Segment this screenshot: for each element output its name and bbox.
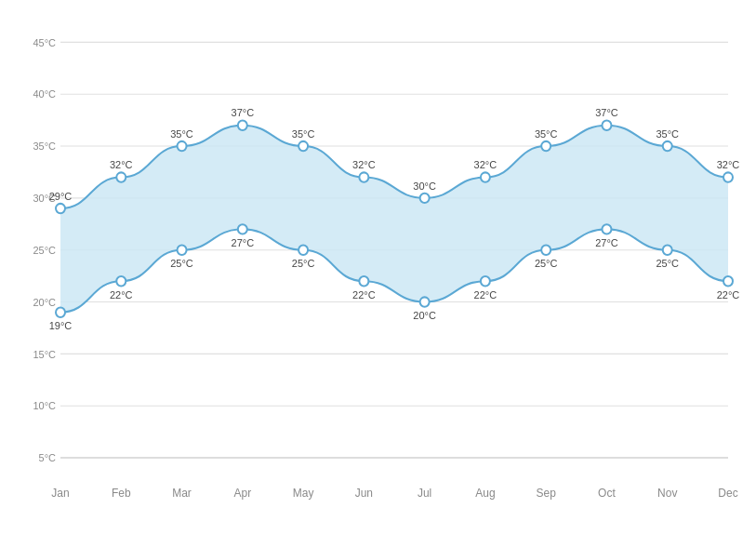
svg-text:32°C: 32°C xyxy=(474,159,497,170)
svg-point-40 xyxy=(359,172,368,181)
svg-text:25°C: 25°C xyxy=(33,245,56,256)
svg-text:May: May xyxy=(293,486,315,499)
svg-text:35°C: 35°C xyxy=(33,140,56,152)
svg-text:32°C: 32°C xyxy=(717,159,740,170)
svg-point-48 xyxy=(602,121,611,130)
svg-point-34 xyxy=(178,141,187,151)
svg-text:Sep: Sep xyxy=(537,486,557,499)
svg-text:25°C: 25°C xyxy=(170,258,193,269)
svg-text:45°C: 45°C xyxy=(33,36,56,47)
svg-point-38 xyxy=(298,141,308,151)
svg-point-56 xyxy=(116,276,126,286)
svg-text:Feb: Feb xyxy=(112,486,131,499)
svg-text:5°C: 5°C xyxy=(39,452,56,463)
svg-text:30°C: 30°C xyxy=(413,180,436,191)
svg-text:Jul: Jul xyxy=(418,486,431,499)
svg-point-42 xyxy=(420,194,430,203)
svg-point-62 xyxy=(298,246,308,255)
svg-text:Oct: Oct xyxy=(598,486,616,499)
chart-svg: 5°C10°C15°C20°C25°C30°C35°C40°C45°CJanFe… xyxy=(51,33,747,506)
svg-text:Mar: Mar xyxy=(172,486,192,499)
svg-point-60 xyxy=(238,224,247,234)
svg-text:Jan: Jan xyxy=(51,486,69,499)
svg-point-52 xyxy=(723,172,733,181)
svg-point-46 xyxy=(541,141,550,151)
svg-point-64 xyxy=(359,276,368,286)
svg-text:25°C: 25°C xyxy=(656,258,679,269)
svg-text:10°C: 10°C xyxy=(33,400,56,411)
svg-point-74 xyxy=(663,246,672,255)
svg-point-54 xyxy=(56,308,65,317)
svg-text:20°C: 20°C xyxy=(33,297,56,308)
svg-point-32 xyxy=(116,172,126,181)
svg-text:40°C: 40°C xyxy=(33,88,56,100)
svg-text:19°C: 19°C xyxy=(49,320,73,331)
svg-point-50 xyxy=(663,141,672,151)
chart-area: 5°C10°C15°C20°C25°C30°C35°C40°C45°CJanFe… xyxy=(51,33,747,506)
svg-point-36 xyxy=(238,121,247,130)
svg-point-58 xyxy=(178,246,187,255)
svg-point-70 xyxy=(541,246,550,255)
svg-text:20°C: 20°C xyxy=(413,310,436,321)
svg-text:25°C: 25°C xyxy=(292,258,315,269)
svg-text:37°C: 37°C xyxy=(595,107,618,118)
svg-text:37°C: 37°C xyxy=(232,107,255,118)
svg-text:22°C: 22°C xyxy=(717,289,740,301)
svg-text:22°C: 22°C xyxy=(110,289,133,301)
svg-text:32°C: 32°C xyxy=(352,159,376,170)
svg-text:Dec: Dec xyxy=(718,486,737,499)
svg-text:35°C: 35°C xyxy=(292,128,315,140)
svg-text:35°C: 35°C xyxy=(656,128,679,140)
svg-text:35°C: 35°C xyxy=(535,128,558,140)
svg-text:29°C: 29°C xyxy=(49,191,73,202)
chart-container: 5°C10°C15°C20°C25°C30°C35°C40°C45°CJanFe… xyxy=(0,0,756,548)
svg-text:27°C: 27°C xyxy=(232,237,255,248)
svg-text:Aug: Aug xyxy=(475,486,496,499)
svg-text:25°C: 25°C xyxy=(535,258,558,269)
svg-point-76 xyxy=(723,276,733,286)
svg-text:15°C: 15°C xyxy=(33,348,56,359)
svg-point-30 xyxy=(56,204,65,213)
svg-text:Nov: Nov xyxy=(657,486,678,499)
svg-point-68 xyxy=(481,276,490,286)
svg-text:Apr: Apr xyxy=(233,486,251,499)
svg-text:27°C: 27°C xyxy=(595,237,618,248)
svg-text:22°C: 22°C xyxy=(352,289,376,301)
svg-point-66 xyxy=(420,297,430,306)
svg-text:35°C: 35°C xyxy=(170,128,193,140)
svg-point-44 xyxy=(481,172,490,181)
svg-text:22°C: 22°C xyxy=(474,289,497,301)
svg-point-72 xyxy=(602,224,611,234)
svg-text:32°C: 32°C xyxy=(110,159,133,170)
svg-text:Jun: Jun xyxy=(355,486,373,499)
